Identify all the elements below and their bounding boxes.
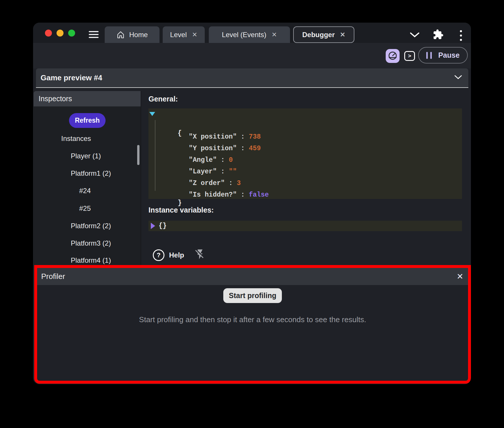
game-preview-title: Game preview #4 [41,73,102,82]
sidebar-scrollbar-thumb[interactable] [137,145,139,165]
tab-level-label: Level [170,31,187,39]
hamburger-menu-icon[interactable] [89,31,99,39]
profiler-header: Profiler ✕ [37,268,468,285]
help-button-label: Help [169,251,184,259]
tree-item-platform1[interactable]: Platform1 (2) [34,168,141,178]
tree-item-instance-25[interactable]: #25 [34,204,141,213]
console-terminal-icon[interactable]: > [404,51,415,61]
tree-item-instances[interactable]: Instances [34,134,141,144]
inspectors-header-label: Inspectors [39,95,72,103]
game-preview-accordion[interactable]: Game preview #4 [36,68,468,88]
profiler-speedometer-icon[interactable] [386,49,400,63]
instance-variables-view: {} [148,221,462,231]
profiler-close-icon[interactable]: ✕ [457,273,463,281]
more-options-kebab-icon[interactable] [458,30,463,42]
minimize-window-button[interactable] [57,30,64,37]
close-window-button[interactable] [45,30,52,37]
tab-home-label: Home [129,31,148,39]
profiler-title: Profiler [41,272,65,281]
tab-level-events-label: Level (Events) [222,31,266,39]
tab-debugger-close-icon[interactable]: ✕ [340,32,345,38]
app-window: Home Level ✕ Level (Events) ✕ Debugger ✕ [33,23,471,384]
open-brace: { [178,130,182,137]
instance-variables-label: Instance variables: [148,206,214,214]
json-close-line: } [148,189,462,198]
tree-item-platform4[interactable]: Platform4 (1) [34,255,141,265]
help-button[interactable]: ? Help [153,249,184,261]
inspectors-sidebar: Inspectors Refresh Instances Player (1) … [34,91,141,265]
debugger-toolbar: > Pause [33,43,471,68]
tree-item-player[interactable]: Player (1) [34,151,141,161]
general-json-view: { "X position" : 738 "Y position" : 459 … [148,108,462,199]
general-section-label: General: [148,95,178,103]
tab-level-events[interactable]: Level (Events) ✕ [209,26,290,43]
profiler-body: Start profiling Start profiling and then… [37,285,468,381]
instance-variables-value: {} [159,222,167,230]
pause-button[interactable]: Pause [418,47,468,64]
pause-button-label: Pause [438,51,460,59]
extensions-puzzle-icon[interactable] [433,29,444,41]
collapse-triangle-icon[interactable] [149,112,155,116]
expand-triangle-icon[interactable] [151,223,155,229]
tab-debugger[interactable]: Debugger ✕ [293,26,354,43]
maximize-window-button[interactable] [68,30,75,37]
refresh-button[interactable]: Refresh [69,113,106,128]
tree-item-platform2[interactable]: Platform2 (2) [34,221,141,231]
home-icon [116,30,125,39]
tab-debugger-label: Debugger [302,31,335,39]
tab-level[interactable]: Level ✕ [163,26,205,43]
indent-guide-line [155,120,155,191]
json-root-line: { [148,110,462,119]
chevron-down-icon[interactable] [409,32,420,39]
accordion-chevron-down-icon[interactable] [454,75,462,81]
titlebar: Home Level ✕ Level (Events) ✕ Debugger ✕ [33,23,471,43]
tree-item-instance-24[interactable]: #24 [34,186,141,196]
json-entry-x-position: "X position" : 738 [148,119,462,131]
terminal-prompt-glyph: > [408,53,411,59]
profiler-hint-text: Start profiling and then stop it after a… [37,315,468,324]
tree-item-platform3[interactable]: Platform3 (2) [34,238,141,248]
flash-off-icon[interactable] [194,249,206,261]
profiler-panel: Profiler ✕ Start profiling Start profili… [34,265,471,384]
inspectors-header: Inspectors [34,91,141,106]
tab-level-close-icon[interactable]: ✕ [192,32,197,38]
question-mark-icon: ? [153,249,164,261]
pause-icon [426,52,432,59]
tab-level-events-close-icon[interactable]: ✕ [271,32,277,38]
start-profiling-button[interactable]: Start profiling [223,288,282,303]
tab-home[interactable]: Home [105,26,159,43]
